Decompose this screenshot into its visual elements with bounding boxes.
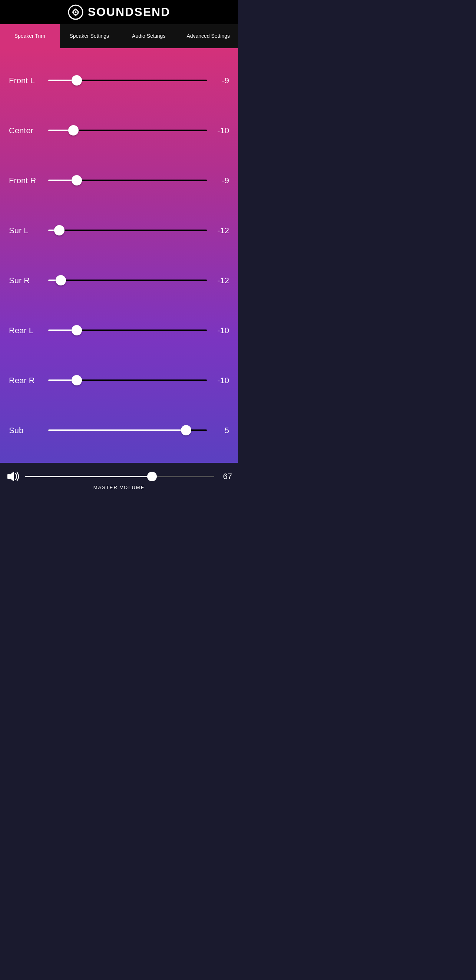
volume-row: 67 xyxy=(6,470,232,483)
slider-row-front-l: Front L-9 xyxy=(9,76,229,86)
slider-track-rear-r[interactable] xyxy=(48,380,207,382)
master-volume-slider[interactable] xyxy=(25,476,214,477)
slider-row-sub: Sub5 xyxy=(9,426,229,435)
slider-row-center: Center-10 xyxy=(9,126,229,135)
slider-value-rear-r: -10 xyxy=(213,376,229,385)
slider-track-sur-r[interactable] xyxy=(48,280,207,282)
app-header: SOUNDSEND xyxy=(0,0,238,24)
master-volume-label: MASTER VOLUME xyxy=(6,485,232,490)
slider-track-front-r[interactable] xyxy=(48,180,207,182)
svg-rect-3 xyxy=(7,474,10,479)
nav-tabs: Speaker Trim Speaker Settings Audio Sett… xyxy=(0,24,238,48)
main-content: Front L-9Center-10Front R-9Sur L-12Sur R… xyxy=(0,48,238,463)
soundsend-logo-icon xyxy=(68,5,83,20)
master-volume-value: 67 xyxy=(219,472,232,481)
slider-label-sur-r: Sur R xyxy=(9,276,42,285)
slider-label-front-l: Front L xyxy=(9,76,42,86)
tab-speaker-trim[interactable]: Speaker Trim xyxy=(0,24,60,48)
logo-container: SOUNDSEND xyxy=(68,5,170,20)
slider-value-sur-l: -12 xyxy=(213,226,229,235)
slider-row-sur-l: Sur L-12 xyxy=(9,226,229,235)
bottom-bar: 67 MASTER VOLUME xyxy=(0,463,238,490)
slider-row-front-r: Front R-9 xyxy=(9,176,229,186)
slider-label-sub: Sub xyxy=(9,426,42,435)
slider-value-rear-l: -10 xyxy=(213,326,229,336)
slider-value-front-r: -9 xyxy=(213,176,229,186)
slider-value-sub: 5 xyxy=(213,426,229,435)
slider-track-rear-l[interactable] xyxy=(48,329,207,332)
slider-label-front-r: Front R xyxy=(9,176,42,186)
slider-row-sur-r: Sur R-12 xyxy=(9,276,229,285)
tab-speaker-settings[interactable]: Speaker Settings xyxy=(60,24,119,48)
tab-advanced-settings[interactable]: Advanced Settings xyxy=(179,24,238,48)
slider-value-center: -10 xyxy=(213,126,229,135)
svg-point-2 xyxy=(75,11,77,13)
slider-label-rear-r: Rear R xyxy=(9,376,42,385)
slider-value-sur-r: -12 xyxy=(213,276,229,285)
tab-audio-settings[interactable]: Audio Settings xyxy=(119,24,179,48)
volume-icon xyxy=(6,470,21,483)
logo-text: SOUNDSEND xyxy=(88,5,170,19)
slider-track-sur-l[interactable] xyxy=(48,229,207,232)
svg-marker-4 xyxy=(10,471,14,482)
slider-track-front-l[interactable] xyxy=(48,80,207,82)
slider-label-rear-l: Rear L xyxy=(9,326,42,336)
slider-row-rear-l: Rear L-10 xyxy=(9,326,229,336)
slider-label-sur-l: Sur L xyxy=(9,226,42,235)
slider-row-rear-r: Rear R-10 xyxy=(9,376,229,385)
slider-track-sub[interactable] xyxy=(48,430,207,432)
slider-track-center[interactable] xyxy=(48,130,207,132)
slider-label-center: Center xyxy=(9,126,42,135)
slider-value-front-l: -9 xyxy=(213,76,229,86)
